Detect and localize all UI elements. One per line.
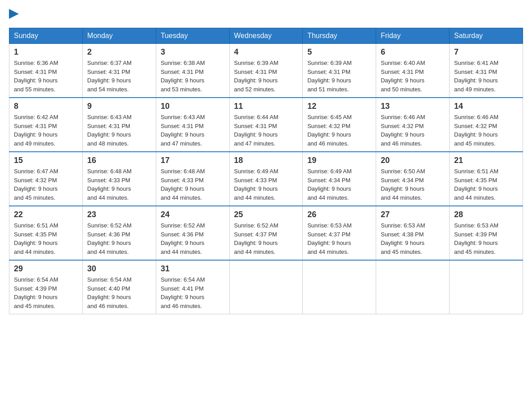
weekday-header-friday: Friday (376, 28, 450, 44)
day-info: Sunrise: 6:40 AMSunset: 4:31 PMDaylight:… (381, 59, 445, 94)
calendar-week-row: 15 Sunrise: 6:47 AMSunset: 4:32 PMDaylig… (9, 152, 523, 206)
day-info: Sunrise: 6:42 AMSunset: 4:31 PMDaylight:… (14, 113, 78, 148)
day-info: Sunrise: 6:47 AMSunset: 4:32 PMDaylight:… (14, 167, 78, 202)
day-number: 8 (14, 102, 78, 111)
day-info: Sunrise: 6:52 AMSunset: 4:36 PMDaylight:… (161, 221, 225, 256)
calendar-body: 1 Sunrise: 6:36 AMSunset: 4:31 PMDayligh… (9, 44, 523, 314)
day-number: 27 (381, 210, 445, 219)
day-info: Sunrise: 6:38 AMSunset: 4:31 PMDaylight:… (161, 59, 225, 94)
calendar-cell: 30 Sunrise: 6:54 AMSunset: 4:40 PMDaylig… (82, 260, 156, 314)
day-number: 5 (307, 47, 371, 57)
day-number: 1 (14, 47, 78, 57)
day-number: 23 (87, 210, 151, 219)
day-number: 3 (161, 47, 225, 57)
day-number: 29 (14, 264, 78, 274)
day-number: 22 (14, 210, 78, 219)
calendar-week-row: 29 Sunrise: 6:54 AMSunset: 4:39 PMDaylig… (9, 260, 523, 314)
calendar-cell: 6 Sunrise: 6:40 AMSunset: 4:31 PMDayligh… (376, 44, 450, 98)
weekday-header-sunday: Sunday (9, 28, 83, 44)
day-number: 16 (87, 156, 151, 165)
day-info: Sunrise: 6:39 AMSunset: 4:31 PMDaylight:… (234, 59, 298, 94)
calendar-cell: 2 Sunrise: 6:37 AMSunset: 4:31 PMDayligh… (82, 44, 156, 98)
day-number: 18 (234, 156, 298, 165)
logo-flag-icon (9, 9, 19, 19)
calendar-cell: 27 Sunrise: 6:53 AMSunset: 4:38 PMDaylig… (376, 206, 450, 260)
day-info: Sunrise: 6:46 AMSunset: 4:32 PMDaylight:… (454, 113, 518, 148)
calendar-cell: 3 Sunrise: 6:38 AMSunset: 4:31 PMDayligh… (156, 44, 229, 98)
day-number: 21 (454, 156, 518, 165)
day-number: 31 (161, 264, 225, 274)
calendar-cell: 5 Sunrise: 6:39 AMSunset: 4:31 PMDayligh… (303, 44, 376, 98)
calendar-header: SundayMondayTuesdayWednesdayThursdayFrid… (9, 28, 523, 44)
calendar-cell: 4 Sunrise: 6:39 AMSunset: 4:31 PMDayligh… (229, 44, 303, 98)
calendar-cell: 31 Sunrise: 6:54 AMSunset: 4:41 PMDaylig… (156, 260, 229, 314)
day-number: 25 (234, 210, 298, 219)
calendar-week-row: 8 Sunrise: 6:42 AMSunset: 4:31 PMDayligh… (9, 98, 523, 152)
day-info: Sunrise: 6:39 AMSunset: 4:31 PMDaylight:… (307, 59, 371, 94)
calendar-cell: 24 Sunrise: 6:52 AMSunset: 4:36 PMDaylig… (156, 206, 229, 260)
day-number: 15 (14, 156, 78, 165)
day-number: 14 (454, 102, 518, 111)
weekday-header-row: SundayMondayTuesdayWednesdayThursdayFrid… (9, 28, 523, 44)
calendar-cell (229, 260, 303, 314)
calendar-cell: 14 Sunrise: 6:46 AMSunset: 4:32 PMDaylig… (450, 98, 523, 152)
day-info: Sunrise: 6:43 AMSunset: 4:31 PMDaylight:… (87, 113, 151, 148)
calendar-cell (376, 260, 450, 314)
svg-marker-0 (9, 9, 19, 19)
day-info: Sunrise: 6:53 AMSunset: 4:37 PMDaylight:… (307, 221, 371, 256)
day-info: Sunrise: 6:50 AMSunset: 4:34 PMDaylight:… (381, 167, 445, 202)
weekday-header-tuesday: Tuesday (156, 28, 229, 44)
day-number: 10 (161, 102, 225, 111)
calendar-cell: 12 Sunrise: 6:45 AMSunset: 4:32 PMDaylig… (303, 98, 376, 152)
day-number: 13 (381, 102, 445, 111)
calendar-cell: 9 Sunrise: 6:43 AMSunset: 4:31 PMDayligh… (82, 98, 156, 152)
day-info: Sunrise: 6:36 AMSunset: 4:31 PMDaylight:… (14, 59, 78, 94)
calendar-cell: 11 Sunrise: 6:44 AMSunset: 4:31 PMDaylig… (229, 98, 303, 152)
calendar-cell: 10 Sunrise: 6:43 AMSunset: 4:31 PMDaylig… (156, 98, 229, 152)
logo (9, 9, 19, 19)
calendar-cell (303, 260, 376, 314)
page-header (9, 9, 523, 19)
day-info: Sunrise: 6:51 AMSunset: 4:35 PMDaylight:… (454, 167, 518, 202)
weekday-header-thursday: Thursday (303, 28, 376, 44)
calendar-cell: 1 Sunrise: 6:36 AMSunset: 4:31 PMDayligh… (9, 44, 83, 98)
calendar-cell: 7 Sunrise: 6:41 AMSunset: 4:31 PMDayligh… (450, 44, 523, 98)
calendar-cell: 17 Sunrise: 6:48 AMSunset: 4:33 PMDaylig… (156, 152, 229, 206)
weekday-header-saturday: Saturday (450, 28, 523, 44)
day-info: Sunrise: 6:52 AMSunset: 4:36 PMDaylight:… (87, 221, 151, 256)
calendar-cell: 8 Sunrise: 6:42 AMSunset: 4:31 PMDayligh… (9, 98, 83, 152)
calendar-cell: 22 Sunrise: 6:51 AMSunset: 4:35 PMDaylig… (9, 206, 83, 260)
day-info: Sunrise: 6:43 AMSunset: 4:31 PMDaylight:… (161, 113, 225, 148)
day-info: Sunrise: 6:52 AMSunset: 4:37 PMDaylight:… (234, 221, 298, 256)
day-info: Sunrise: 6:44 AMSunset: 4:31 PMDaylight:… (234, 113, 298, 148)
calendar-cell: 18 Sunrise: 6:49 AMSunset: 4:33 PMDaylig… (229, 152, 303, 206)
day-info: Sunrise: 6:48 AMSunset: 4:33 PMDaylight:… (161, 167, 225, 202)
day-info: Sunrise: 6:48 AMSunset: 4:33 PMDaylight:… (87, 167, 151, 202)
calendar-table: SundayMondayTuesdayWednesdayThursdayFrid… (9, 28, 523, 314)
day-number: 26 (307, 210, 371, 219)
weekday-header-wednesday: Wednesday (229, 28, 303, 44)
day-number: 19 (307, 156, 371, 165)
weekday-header-monday: Monday (82, 28, 156, 44)
day-info: Sunrise: 6:54 AMSunset: 4:39 PMDaylight:… (14, 275, 78, 310)
day-info: Sunrise: 6:46 AMSunset: 4:32 PMDaylight:… (381, 113, 445, 148)
day-info: Sunrise: 6:45 AMSunset: 4:32 PMDaylight:… (307, 113, 371, 148)
day-info: Sunrise: 6:53 AMSunset: 4:38 PMDaylight:… (381, 221, 445, 256)
day-number: 17 (161, 156, 225, 165)
day-info: Sunrise: 6:54 AMSunset: 4:40 PMDaylight:… (87, 275, 151, 310)
calendar-cell: 13 Sunrise: 6:46 AMSunset: 4:32 PMDaylig… (376, 98, 450, 152)
calendar-cell: 26 Sunrise: 6:53 AMSunset: 4:37 PMDaylig… (303, 206, 376, 260)
calendar-cell: 21 Sunrise: 6:51 AMSunset: 4:35 PMDaylig… (450, 152, 523, 206)
day-number: 4 (234, 47, 298, 57)
calendar-cell: 19 Sunrise: 6:49 AMSunset: 4:34 PMDaylig… (303, 152, 376, 206)
calendar-cell: 16 Sunrise: 6:48 AMSunset: 4:33 PMDaylig… (82, 152, 156, 206)
calendar-cell (450, 260, 523, 314)
day-number: 24 (161, 210, 225, 219)
day-number: 12 (307, 102, 371, 111)
day-number: 9 (87, 102, 151, 111)
calendar-cell: 20 Sunrise: 6:50 AMSunset: 4:34 PMDaylig… (376, 152, 450, 206)
day-info: Sunrise: 6:41 AMSunset: 4:31 PMDaylight:… (454, 59, 518, 94)
day-number: 11 (234, 102, 298, 111)
day-info: Sunrise: 6:49 AMSunset: 4:33 PMDaylight:… (234, 167, 298, 202)
day-number: 2 (87, 47, 151, 57)
